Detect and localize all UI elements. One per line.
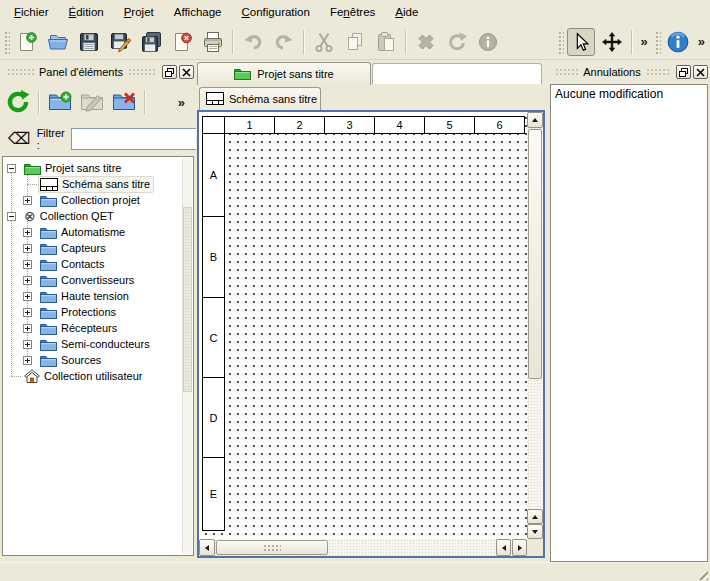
menu-configuration[interactable]: Configuration (232, 3, 320, 21)
undo-panel-title: Annulations (583, 66, 641, 78)
toolbar-drag-handle[interactable] (3, 30, 10, 54)
menu-fenetres[interactable]: Fenêtres (320, 3, 385, 21)
panel-overflow-chevron[interactable]: » (175, 95, 188, 110)
scroll-left-button[interactable] (199, 539, 215, 556)
expand-expander[interactable] (23, 340, 32, 349)
collapse-expander[interactable] (7, 212, 16, 221)
row-header: B (203, 217, 224, 298)
expand-expander[interactable] (23, 196, 32, 205)
vscroll-thumb[interactable] (528, 129, 542, 379)
float-icon (165, 68, 174, 77)
expand-expander[interactable] (23, 308, 32, 317)
tree-item-collection-projet[interactable]: Collection projet (3, 192, 193, 208)
scroll-up-button[interactable] (527, 112, 543, 128)
close-panel-button[interactable] (179, 65, 194, 79)
save-as-button[interactable] (106, 28, 134, 56)
edit-category-button (78, 88, 106, 116)
pan-mode-button[interactable] (598, 28, 626, 56)
menu-aide[interactable]: Aide (385, 3, 428, 21)
save-button[interactable] (75, 28, 103, 56)
tree-item-collection-utilisateur[interactable]: Collection utilisateur (3, 368, 193, 384)
print-button[interactable] (199, 28, 227, 56)
tree-item-convertisseurs[interactable]: Convertisseurs (3, 272, 193, 288)
schema-view[interactable]: 1 2 3 4 5 6 A B C D E (197, 110, 545, 558)
expand-expander[interactable] (23, 356, 32, 365)
collapse-expander[interactable] (7, 164, 16, 173)
save-all-icon (140, 31, 162, 53)
clear-filter-icon: ⌫ (8, 130, 31, 147)
toolbar-overflow-chevron[interactable]: » (638, 34, 651, 49)
expand-expander[interactable] (23, 276, 32, 285)
expand-expander[interactable] (23, 244, 32, 253)
home-icon (24, 369, 40, 383)
new-category-button[interactable] (46, 88, 74, 116)
open-file-button[interactable] (44, 28, 72, 56)
toolbar-drag-handle[interactable] (654, 30, 661, 54)
close-file-button[interactable] (168, 28, 196, 56)
tree-item-project[interactable]: Projet sans titre (3, 160, 193, 176)
scroll-left-button-2[interactable] (496, 539, 511, 556)
delete-category-button[interactable] (110, 88, 138, 116)
tree-item-sources[interactable]: Sources (3, 352, 193, 368)
schema-sheet[interactable] (199, 112, 527, 539)
elements-tree[interactable]: Projet sans titre Schéma sans titre Coll… (2, 156, 194, 556)
expand-expander[interactable] (23, 228, 32, 237)
tree-item-haute-tension[interactable]: Haute tension (3, 288, 193, 304)
float-panel-button[interactable] (676, 65, 691, 79)
scroll-right-button[interactable] (512, 539, 527, 556)
tree-item-label: Collection QET (40, 210, 114, 222)
tree-item-label: Sources (61, 354, 101, 366)
close-panel-button[interactable] (693, 65, 708, 79)
resize-grip[interactable] (695, 567, 708, 580)
tree-item-protections[interactable]: Protections (3, 304, 193, 320)
tree-item-capteurs[interactable]: Capteurs (3, 240, 193, 256)
tree-scrollbar-thumb[interactable] (183, 207, 192, 392)
expand-expander[interactable] (23, 324, 32, 333)
new-file-button[interactable] (13, 28, 41, 56)
redo-button (270, 28, 298, 56)
tree-item-semi-conducteurs[interactable]: Semi-conducteurs (3, 336, 193, 352)
scroll-down-button[interactable] (527, 524, 543, 539)
tree-item-automatisme[interactable]: Automatisme (3, 224, 193, 240)
float-panel-button[interactable] (162, 65, 177, 79)
folder-icon (40, 322, 57, 335)
float-icon (679, 68, 688, 77)
tree-item-collection-qet[interactable]: ⊗ Collection QET (3, 208, 193, 224)
tree-item-schema[interactable]: Schéma sans titre (3, 176, 193, 192)
schema-frame-icon (40, 178, 58, 191)
paste-icon (375, 31, 397, 53)
main-toolbar: » » (0, 24, 710, 60)
toolbar-drag-handle[interactable] (557, 30, 564, 54)
tree-item-recepteurs[interactable]: Récepteurs (3, 320, 193, 336)
horizontal-scrollbar[interactable] (199, 539, 527, 556)
clear-filter-button[interactable]: ⌫ (8, 131, 31, 147)
tree-scrollbar[interactable] (182, 158, 192, 554)
vertical-scrollbar[interactable] (527, 112, 543, 539)
undo-panel-titlebar[interactable]: Annulations (550, 62, 708, 82)
menu-edition[interactable]: Édition (59, 3, 114, 21)
elements-panel-titlebar[interactable]: Panel d'éléments (2, 62, 194, 82)
save-all-button[interactable] (137, 28, 165, 56)
undo-history-list[interactable]: Aucune modification (550, 84, 708, 562)
expand-expander[interactable] (23, 292, 32, 301)
toolbar-overflow-chevron[interactable]: » (695, 34, 708, 49)
undo-list-item[interactable]: Aucune modification (551, 85, 707, 103)
schema-tab[interactable]: Schéma sans titre (199, 87, 321, 110)
scroll-up-button-2[interactable] (527, 509, 543, 524)
qet-logo-icon: ⊗ (24, 209, 36, 223)
hscroll-thumb[interactable] (216, 540, 328, 555)
reload-collections-button[interactable] (4, 88, 32, 116)
tree-item-contacts[interactable]: Contacts (3, 256, 193, 272)
elements-panel-toolbar: » (0, 84, 196, 120)
up-arrow-icon (532, 515, 538, 519)
save-icon (78, 31, 100, 53)
expand-expander[interactable] (23, 260, 32, 269)
project-infos-button[interactable] (664, 28, 692, 56)
project-tab[interactable]: Projet sans titre (197, 62, 371, 85)
folder-icon (40, 354, 57, 367)
menu-projet[interactable]: Projet (114, 3, 164, 21)
selection-mode-button[interactable] (567, 28, 595, 56)
menu-fichier[interactable]: Fichier (4, 3, 59, 21)
toolbar-separator (631, 30, 633, 54)
menu-affichage[interactable]: Affichage (164, 3, 232, 21)
